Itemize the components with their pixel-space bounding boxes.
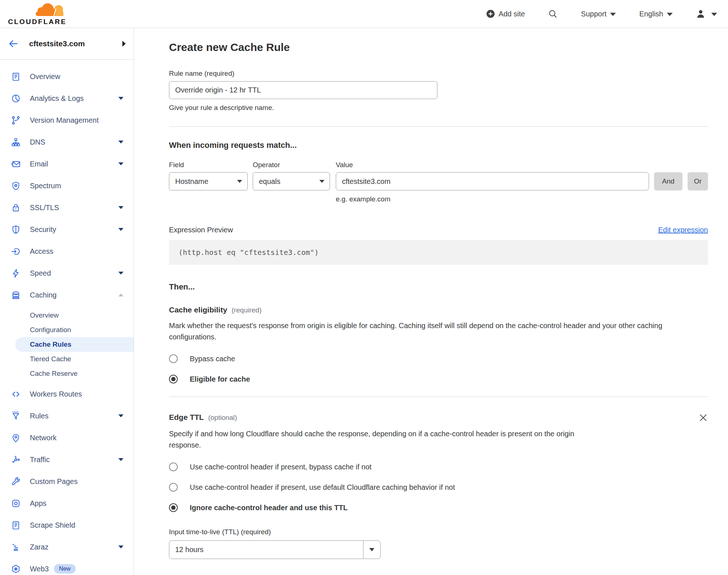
match-row: Hostname equals And Or xyxy=(169,172,708,190)
value-label: Value xyxy=(336,161,353,169)
radio-icon[interactable] xyxy=(169,483,178,492)
git-branch-icon xyxy=(11,115,21,125)
sidebar-nav: Overview Analytics & Logs Version Manage… xyxy=(0,60,134,575)
user-icon xyxy=(696,9,705,19)
chevron-down-icon xyxy=(667,13,673,16)
sidebar-item-traffic[interactable]: Traffic xyxy=(0,449,134,470)
ttl-input-label: Input time-to-live (TTL) (required) xyxy=(169,528,708,536)
expression-code: (http.host eq "cftestsite3.com") xyxy=(178,248,319,257)
caching-submenu: Overview Configuration Cache Rules Tiere… xyxy=(0,306,134,383)
chevron-down-icon xyxy=(711,13,717,16)
field-label: Field xyxy=(169,161,253,169)
edge-ttl-description: Specify if and how long Cloudflare shoul… xyxy=(169,428,599,451)
shield-gear-icon xyxy=(11,181,21,191)
radio-icon[interactable] xyxy=(169,462,178,471)
expression-preview-header: Expression Preview Edit expression xyxy=(169,226,708,234)
sidebar-item-apps[interactable]: Apps xyxy=(0,492,134,514)
sidebar-item-access[interactable]: Access xyxy=(0,240,134,262)
chevron-down-icon xyxy=(319,180,324,183)
main-content: Create new Cache Rule Rule name (require… xyxy=(134,28,728,575)
rule-name-label: Rule name (required) xyxy=(169,70,708,78)
subnav-item-configuration[interactable]: Configuration xyxy=(0,323,134,337)
sidebar-item-rules[interactable]: Rules xyxy=(0,405,134,427)
radio-icon[interactable] xyxy=(169,354,178,363)
operator-label: Operator xyxy=(253,161,336,169)
eligible-for-cache-radio[interactable]: Eligible for cache xyxy=(169,375,708,383)
chevron-down-icon xyxy=(118,141,123,143)
chevron-down-icon xyxy=(369,548,374,551)
chevron-down-icon xyxy=(118,97,123,100)
chevron-right-icon[interactable] xyxy=(122,41,126,47)
edit-expression-link[interactable]: Edit expression xyxy=(658,226,708,234)
cache-eligibility-description: Mark whether the request's response from… xyxy=(169,320,708,343)
radio-icon[interactable] xyxy=(169,503,178,512)
sidebar-item-scrape-shield[interactable]: Scrape Shield xyxy=(0,514,134,536)
subnav-item-tiered-cache[interactable]: Tiered Cache xyxy=(0,352,134,366)
language-menu[interactable]: English xyxy=(639,10,673,18)
value-input[interactable] xyxy=(336,172,649,190)
chevron-down-icon xyxy=(118,546,123,548)
sidebar-item-security[interactable]: Security xyxy=(0,218,134,240)
back-arrow-icon[interactable] xyxy=(8,39,18,49)
site-name: cftestsite3.com xyxy=(29,39,85,48)
edge-ttl-option-bypass-radio[interactable]: Use cache-control header if present, byp… xyxy=(169,462,708,471)
radio-icon[interactable] xyxy=(169,375,178,383)
code-brackets-icon xyxy=(11,389,21,399)
edge-ttl-close-icon[interactable] xyxy=(699,413,708,422)
cloudflare-cloud-icon xyxy=(36,2,63,17)
account-menu[interactable] xyxy=(696,9,717,19)
sidebar-item-dns[interactable]: DNS xyxy=(0,131,134,153)
sidebar-item-zaraz[interactable]: Zaraz xyxy=(0,536,134,558)
ttl-select[interactable]: 12 hours xyxy=(169,540,381,559)
shield-icon xyxy=(11,225,21,235)
or-button[interactable]: Or xyxy=(688,172,708,190)
section-divider xyxy=(169,397,708,397)
and-button[interactable]: And xyxy=(654,172,682,190)
support-menu[interactable]: Support xyxy=(581,10,616,18)
sidebar-item-ssl-tls[interactable]: SSL/TLS xyxy=(0,197,134,218)
subnav-item-cache-reserve[interactable]: Cache Reserve xyxy=(0,366,134,381)
stacked-bars-icon xyxy=(11,542,21,552)
bypass-cache-radio[interactable]: Bypass cache xyxy=(169,354,708,363)
sidebar-item-version-management[interactable]: Version Management xyxy=(0,109,134,131)
sidebar-item-custom-pages[interactable]: Custom Pages xyxy=(0,470,134,492)
cache-eligibility-heading: Cache eligibility (required) xyxy=(169,306,708,314)
chevron-down-icon xyxy=(118,458,123,461)
field-select[interactable]: Hostname xyxy=(169,172,248,190)
sidebar-item-spectrum[interactable]: Spectrum xyxy=(0,175,134,197)
rule-name-input[interactable] xyxy=(169,81,437,99)
share-nodes-icon xyxy=(11,455,21,465)
envelope-icon xyxy=(11,159,21,169)
web3-cube-icon xyxy=(11,564,21,574)
sidebar: cftestsite3.com Overview Analytics & Log… xyxy=(0,28,134,575)
operator-select[interactable]: equals xyxy=(253,172,330,190)
site-switcher[interactable]: cftestsite3.com xyxy=(0,28,134,60)
cache-stack-icon xyxy=(11,290,21,300)
login-arrow-icon xyxy=(11,247,21,256)
edge-ttl-option-ignore-radio[interactable]: Ignore cache-control header and use this… xyxy=(169,503,708,512)
sidebar-item-network[interactable]: Network xyxy=(0,427,134,449)
subnav-item-cache-rules[interactable]: Cache Rules xyxy=(15,337,134,352)
sidebar-item-web3[interactable]: Web3 New xyxy=(0,558,134,575)
edge-ttl-heading: Edge TTL (optional) xyxy=(169,413,708,422)
subnav-item-overview[interactable]: Overview xyxy=(0,308,134,323)
wrench-icon xyxy=(11,477,21,487)
chevron-down-icon xyxy=(118,206,123,209)
plus-circle-icon xyxy=(486,9,495,18)
document-icon xyxy=(11,72,21,82)
sidebar-item-analytics-logs[interactable]: Analytics & Logs xyxy=(0,87,134,109)
sidebar-item-overview[interactable]: Overview xyxy=(0,66,134,87)
value-help-text: e.g. example.com xyxy=(336,195,708,203)
chevron-down-icon xyxy=(118,414,123,417)
search-icon[interactable] xyxy=(548,9,558,19)
cloudflare-logo[interactable]: CLOUDFLARE xyxy=(8,2,65,26)
sidebar-item-speed[interactable]: Speed xyxy=(0,262,134,284)
cloudflare-wordmark: CLOUDFLARE xyxy=(8,18,65,26)
funnel-icon xyxy=(11,411,21,421)
ttl-select-button[interactable] xyxy=(363,541,380,559)
edge-ttl-option-default-radio[interactable]: Use cache-control header if present, use… xyxy=(169,483,708,492)
sidebar-item-email[interactable]: Email xyxy=(0,153,134,175)
sidebar-item-workers-routes[interactable]: Workers Routes xyxy=(0,383,134,405)
add-site-button[interactable]: Add site xyxy=(486,9,525,18)
sidebar-item-caching[interactable]: Caching xyxy=(0,284,134,306)
